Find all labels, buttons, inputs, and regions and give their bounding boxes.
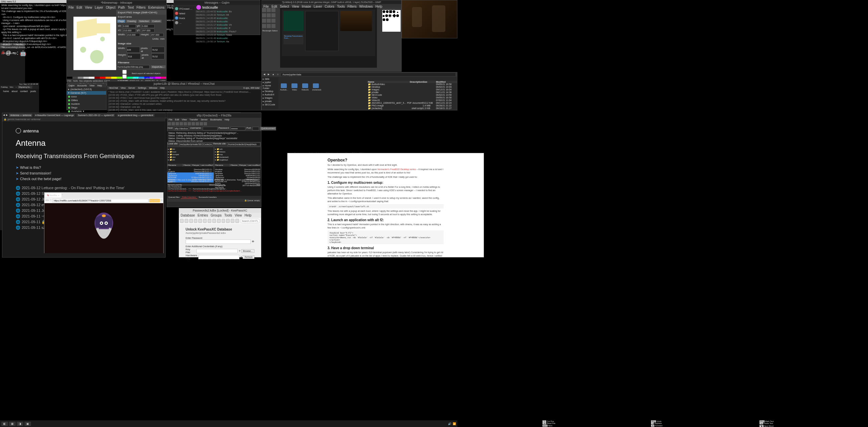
menu-layer[interactable]: Layer: [95, 6, 103, 9]
user-input[interactable]: [203, 127, 218, 130]
remote-path[interactable]: [227, 142, 260, 146]
nav-about[interactable]: about: [12, 90, 18, 92]
password-input[interactable]: [186, 239, 251, 244]
url-input[interactable]: [53, 199, 149, 202]
filename-input[interactable]: [117, 65, 150, 69]
tab-custom[interactable]: Custom: [151, 20, 162, 23]
tab-page[interactable]: Page: [117, 20, 125, 23]
img-height-input[interactable]: [127, 53, 141, 59]
nav-posts[interactable]: posts: [30, 90, 36, 92]
keyfile-input[interactable]: [196, 249, 238, 253]
home-icon[interactable]: ⌂: [277, 73, 278, 76]
vermaden-link[interactable]: Vermaden's FreeBSD Desktop series: [377, 168, 416, 170]
sidebar-tabs[interactable]: Folding Vim: + Migrating fro...: [0, 86, 39, 89]
contact-row[interactable]: Gilles: [67, 98, 106, 102]
tab-active[interactable]: Antenna — antenna: [9, 114, 32, 117]
y1-input[interactable]: [141, 29, 155, 32]
tray-icon[interactable]: 📶: [453, 422, 456, 425]
menu-file[interactable]: File: [68, 6, 74, 9]
kp-menubar[interactable]: DatabaseEntriesGroupsToolsViewHelp: [179, 213, 261, 218]
gimp-brushes-panel[interactable]: [382, 10, 401, 32]
taskbar[interactable]: ◧ ▦ ◨ ▣ 🔊 📶: [0, 420, 457, 427]
link-item[interactable]: ➤What is this?: [16, 165, 152, 170]
tab-selection[interactable]: Selection: [138, 20, 150, 23]
menu-icon[interactable]: ☰: [161, 199, 163, 202]
fm-icon-view[interactable]: Audio&...VideoVideo31(redacted): [279, 83, 366, 101]
export-as-button[interactable]: Export As...: [151, 65, 165, 68]
taskbar-item[interactable]: ▦: [9, 422, 16, 426]
folder-item[interactable]: Video: [291, 84, 298, 100]
table-row[interactable]: 📁 Images09/12/21 16:04: [367, 89, 457, 91]
tab-drawing[interactable]: Drawing: [126, 20, 137, 23]
new-tab-button[interactable]: +: [61, 193, 63, 197]
browse-button[interactable]: Browse...: [241, 249, 254, 253]
account-row[interactable]: ▸ (redacted) (10/13): [67, 88, 106, 91]
taskbar-item[interactable]: ◧: [1, 422, 8, 426]
site-nav[interactable]: home about contact posts: [0, 89, 39, 94]
update-button[interactable]: Update :: [149, 199, 160, 202]
folder-item[interactable]: Audio&...: [280, 84, 287, 100]
x0-input[interactable]: [123, 24, 136, 28]
img-width-input[interactable]: [127, 47, 140, 53]
nav-home[interactable]: home: [3, 90, 9, 92]
local-path[interactable]: [179, 142, 212, 146]
table-row[interactable]: 📁 private08/11/21 14:38: [367, 91, 457, 94]
kp-toolbar[interactable]: [179, 218, 261, 224]
table-row[interactable]: 📁 Desktop06/02/21 14:03: [367, 86, 457, 89]
y0-input[interactable]: [141, 24, 155, 28]
toolbar-icon[interactable]: [167, 122, 171, 125]
hide-checkbox[interactable]: [118, 74, 131, 79]
tab-freebsd[interactable]: FreeBSD De...: [1, 43, 16, 48]
forward-icon[interactable]: ▶: [268, 73, 270, 76]
nav-fwd-icon[interactable]: ▶: [6, 114, 8, 117]
gimp-canvas[interactable]: Receiving Transmissions From...: [280, 8, 377, 68]
tool-icon[interactable]: [262, 8, 266, 12]
table-row[interactable]: 📁 (redacted)shell script1.3 KiB06/18/21 …: [367, 107, 457, 110]
feed-item[interactable]: 🌐2021-09-12 Lettuce gemlog: - On Flow an…: [16, 185, 152, 191]
taskbar-item[interactable]: ▣: [24, 422, 31, 426]
tab[interactable]: A Beautiful GeminiClient — Lagrange: [34, 114, 75, 117]
contact-item[interactable]: IITCrowd ...: [174, 6, 195, 11]
tab-failed[interactable]: Failed transfers: [181, 196, 197, 199]
tab[interactable]: a geminiclient blog — geminiclient: [117, 114, 155, 117]
link-item[interactable]: ➤Check out the twtxt page!: [16, 176, 152, 182]
pass-input[interactable]: [230, 127, 245, 130]
taskbar-item[interactable]: ◨: [17, 422, 23, 426]
table-row[interactable]: 📁 Video3107/02/21 11:04: [367, 99, 457, 102]
height-input[interactable]: [150, 33, 163, 37]
menu-object[interactable]: Object: [106, 6, 116, 9]
contact-item[interactable]: Tteted: [174, 11, 195, 16]
browser-url-bar[interactable]: ◀▶⟳ Update : ☰: [44, 198, 163, 203]
gimp-toolbox[interactable]: Rectangle Select: [262, 8, 278, 68]
folder-item[interactable]: (redacted): [312, 84, 319, 100]
tab-netflix[interactable]: N Netflix ×: [45, 193, 61, 197]
table-row[interactable]: 📁 PNG-image1.4 MiB06/28/21 21:22: [367, 104, 457, 107]
nav-back-icon[interactable]: ◀: [3, 114, 5, 117]
fm-sidebar[interactable]: ▸ data▸ jupiter▸ Home Folder▸ Desktop▸ A…: [262, 77, 278, 109]
x1-input[interactable]: [123, 29, 136, 32]
batch-checkbox[interactable]: [118, 70, 131, 74]
table-row[interactable]: 📁 Video09/05/21 16:50: [367, 96, 457, 99]
menu-extensions[interactable]: Extensions: [148, 6, 164, 9]
help-icon[interactable]: ?: [239, 250, 240, 253]
menu-text[interactable]: Text: [127, 6, 133, 9]
toolbar-icon[interactable]: [180, 219, 184, 223]
hwkey-input[interactable]: [198, 255, 239, 259]
contact-row[interactable]: nuxlem: [67, 102, 106, 106]
contact-row[interactable]: coco: [67, 95, 106, 98]
fm-toolbar[interactable]: ◀ ▶ ▲ ⌂ /home/jupiter/data: [262, 72, 457, 77]
tray-icon[interactable]: 🔊: [448, 422, 452, 425]
folder-item[interactable]: Video31: [302, 84, 309, 100]
address-bar[interactable]: 🔒 gemini://warmedal.se/~antenna/: [2, 118, 165, 122]
port-input[interactable]: [252, 127, 259, 130]
nav-contact[interactable]: contact: [20, 90, 28, 92]
link-item[interactable]: ➤Send transmission!: [16, 170, 152, 176]
table-row[interactable]: 📁 SECCode06/02/21 13:59: [367, 94, 457, 96]
menu-help[interactable]: Help: [167, 6, 174, 9]
help-icon[interactable]: ?: [240, 256, 242, 259]
path-bar[interactable]: /home/jupiter/data: [281, 73, 455, 76]
table-row[interactable]: 📁 Audio&Video09/05/21 16:50: [367, 83, 457, 86]
tab-success[interactable]: Successful transfers: [197, 196, 218, 199]
table-row[interactable]: 📁 20210911_220949701_ab67_5...PDF docume…: [367, 102, 457, 104]
reload-icon[interactable]: ⟳: [50, 199, 52, 202]
